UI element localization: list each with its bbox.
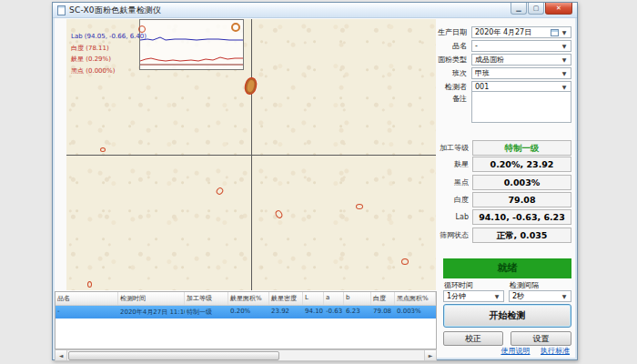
history-table: 品名 检测时间 加工等级 麸星面积% 麸星密度 L a b 白度 黑点面积% -… bbox=[55, 291, 437, 349]
table-row-selected[interactable]: - 2020年4月27日 11:10 特制一级 0.20% 23.92 94.1… bbox=[56, 306, 436, 318]
scrollbar-thumb[interactable] bbox=[68, 351, 279, 360]
detected-spot-marker bbox=[100, 147, 106, 152]
chevron-down-icon[interactable]: ▼ bbox=[491, 292, 502, 300]
flour-type-select[interactable]: 成品面粉 ▼ bbox=[471, 54, 571, 66]
col-header[interactable]: 麸星面积% bbox=[228, 292, 269, 305]
manual-link[interactable]: 使用说明 bbox=[500, 347, 530, 355]
legend-blackspot: 黑点 (0.000%) bbox=[71, 66, 147, 77]
label-processing-grade: 加工等级 bbox=[410, 140, 469, 156]
chevron-down-icon[interactable]: ▼ bbox=[559, 292, 570, 300]
blackspot-value: 0.003% bbox=[472, 175, 571, 190]
cycle-time-select[interactable]: 1分钟 ▼ bbox=[443, 290, 504, 302]
calibrate-button[interactable]: 校正 bbox=[443, 331, 503, 346]
whiteness-value: 79.08 bbox=[472, 192, 571, 207]
cell-blackspot-area: 0.003% bbox=[395, 306, 436, 318]
cell-whiteness: 79.08 bbox=[371, 306, 395, 318]
production-date-picker[interactable]: 2020年 4月27日 ▼ bbox=[471, 26, 571, 38]
scroll-right-icon[interactable]: ► bbox=[424, 350, 436, 360]
col-header[interactable]: a bbox=[324, 292, 344, 305]
detected-spot-marker bbox=[215, 187, 225, 197]
settings-button[interactable]: 设置 bbox=[511, 331, 571, 346]
scroll-left-icon[interactable]: ◄ bbox=[56, 350, 67, 360]
col-header[interactable]: 白度 bbox=[371, 292, 395, 305]
shift-select[interactable]: 甲班 ▼ bbox=[471, 67, 571, 79]
label-cycle-time: 循环时间 bbox=[444, 280, 473, 290]
standard-link[interactable]: 执行标准 bbox=[541, 347, 570, 355]
status-ready-banner: 就绪 bbox=[443, 258, 571, 278]
titlebar[interactable]: SC-X0面粉色麸量检测仪 ▁ ▢ ✕ bbox=[53, 3, 577, 18]
detected-bran-particle bbox=[244, 77, 257, 95]
label-production-date: 生产日期 bbox=[403, 26, 467, 38]
cell-a: -0.63 bbox=[324, 306, 344, 318]
cell-bran-density: 23.92 bbox=[269, 306, 303, 318]
window-title: SC-X0面粉色麸量检测仪 bbox=[69, 5, 161, 16]
detected-spot-marker bbox=[356, 204, 363, 209]
col-header[interactable]: 黑点面积% bbox=[395, 292, 436, 305]
horizontal-scrollbar[interactable]: ◄ ► bbox=[55, 349, 437, 361]
legend-whiteness: 白度 (78.11) bbox=[71, 43, 147, 55]
chevron-down-icon[interactable]: ▼ bbox=[559, 28, 570, 36]
col-header[interactable]: 品名 bbox=[56, 292, 118, 305]
label-inspector: 检测者 bbox=[403, 81, 467, 93]
cell-grade: 特制一级 bbox=[185, 306, 228, 318]
chevron-down-icon[interactable]: ▼ bbox=[559, 56, 570, 64]
crosshair-horizontal bbox=[66, 155, 436, 156]
notes-textarea[interactable] bbox=[471, 91, 571, 123]
chevron-down-icon[interactable]: ▼ bbox=[559, 42, 570, 50]
col-header[interactable]: 加工等级 bbox=[185, 292, 228, 305]
label-blackspot: 黑点 bbox=[410, 175, 469, 190]
chevron-down-icon[interactable]: ▼ bbox=[559, 69, 570, 77]
processing-grade-value: 特制一级 bbox=[472, 140, 571, 156]
detect-interval-value: 2秒 bbox=[512, 292, 524, 300]
cell-product: - bbox=[56, 306, 118, 318]
detect-interval-select[interactable]: 2秒 ▼ bbox=[509, 290, 571, 302]
legend-bran: 麸星 (0.29%) bbox=[71, 54, 147, 66]
col-header[interactable]: 检测时间 bbox=[118, 292, 185, 305]
product-name-select[interactable]: - ▼ bbox=[471, 40, 571, 52]
close-button[interactable]: ✕ bbox=[545, 3, 572, 15]
sieve-status-value: 正常, 0.035 bbox=[472, 228, 571, 243]
col-header[interactable]: 麸星密度 bbox=[269, 292, 303, 305]
app-icon bbox=[57, 5, 66, 15]
cell-L: 94.10 bbox=[303, 306, 324, 318]
cell-bran-area: 0.20% bbox=[228, 306, 269, 318]
cycle-time-value: 1分钟 bbox=[447, 292, 466, 300]
label-flour-type: 面粉类型 bbox=[403, 54, 467, 66]
label-detect-interval: 检测间隔 bbox=[510, 280, 539, 290]
label-shift: 班次 bbox=[403, 67, 467, 79]
start-detection-button[interactable]: 开始检测 bbox=[443, 304, 571, 328]
trend-mini-chart bbox=[139, 19, 244, 70]
minimize-button[interactable]: ▁ bbox=[511, 3, 527, 15]
cell-b: 6.23 bbox=[344, 306, 371, 318]
flour-type-value: 成品面粉 bbox=[475, 56, 504, 64]
lab-value: 94.10, -0.63, 6.23 bbox=[472, 209, 571, 225]
label-lab: Lab bbox=[410, 209, 469, 225]
calendar-icon bbox=[551, 29, 559, 36]
label-sieve-status: 筛网状态 bbox=[410, 228, 469, 243]
footer-links: 使用说明 执行标准 bbox=[492, 346, 570, 356]
detected-spot-marker bbox=[401, 258, 409, 265]
trend-legend: Lab (94.05, -0.66, 6.40) 白度 (78.11) 麸星 (… bbox=[71, 31, 147, 76]
detected-spot-marker bbox=[138, 25, 146, 33]
product-name-value: - bbox=[475, 42, 478, 50]
legend-lab: Lab (94.05, -0.66, 6.40) bbox=[71, 31, 147, 43]
maximize-button[interactable]: ▢ bbox=[528, 3, 544, 15]
detected-spot-marker bbox=[87, 281, 92, 288]
chevron-down-icon[interactable]: ▼ bbox=[559, 83, 570, 91]
production-date-value: 2020年 4月27日 bbox=[475, 28, 531, 36]
inspector-value: 001 bbox=[475, 83, 489, 91]
bran-value: 0.20%, 23.92 bbox=[472, 157, 571, 172]
detected-spot-marker bbox=[274, 209, 284, 219]
label-notes: 备注 bbox=[403, 93, 467, 105]
detected-spot-marker bbox=[231, 23, 240, 32]
sample-image-viewer: Lab (94.05, -0.66, 6.40) 白度 (78.11) 麸星 (… bbox=[66, 19, 436, 290]
shift-value: 甲班 bbox=[475, 69, 490, 77]
table-header-row: 品名 检测时间 加工等级 麸星面积% 麸星密度 L a b 白度 黑点面积% bbox=[56, 292, 436, 306]
col-header[interactable]: b bbox=[344, 292, 371, 305]
label-bran: 麸星 bbox=[410, 157, 469, 172]
app-window: SC-X0面粉色麸量检测仪 ▁ ▢ ✕ Lab (94.05, -0.66, 6… bbox=[52, 2, 578, 360]
label-whiteness: 白度 bbox=[410, 192, 469, 207]
col-header[interactable]: L bbox=[303, 292, 324, 305]
label-product-name: 品名 bbox=[403, 40, 467, 52]
cell-time: 2020年4月27日 11:10 bbox=[118, 306, 185, 318]
